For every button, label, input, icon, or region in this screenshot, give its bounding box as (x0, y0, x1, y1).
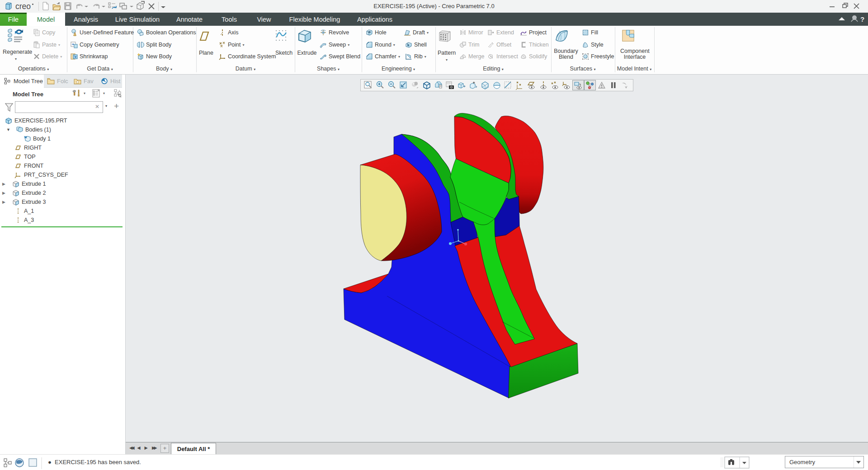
svg-text:?: ? (860, 15, 864, 23)
svg-text:creo: creo (15, 2, 31, 11)
